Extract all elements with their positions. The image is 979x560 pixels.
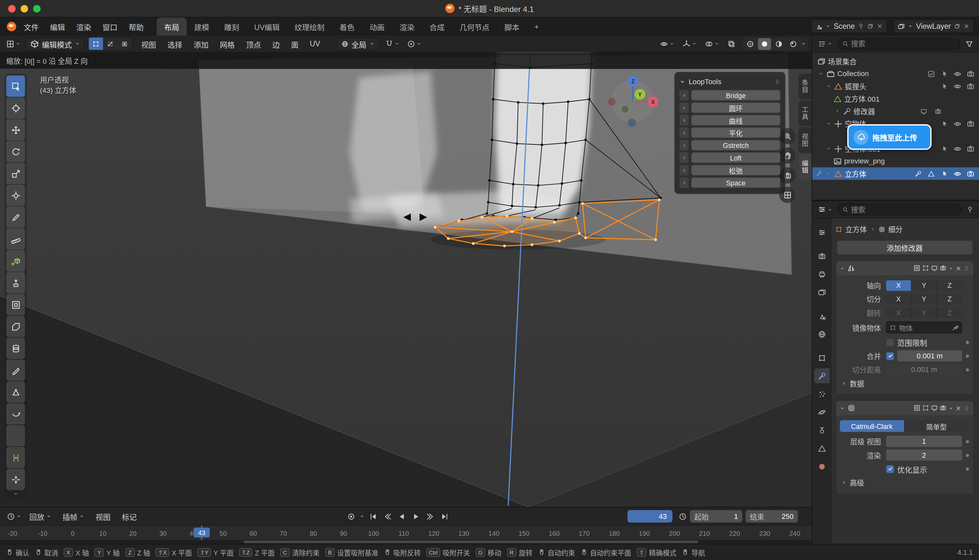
vertex-select-button[interactable] — [89, 38, 103, 50]
mode-selector[interactable]: 编辑模式 — [25, 37, 85, 50]
tab-world[interactable] — [814, 327, 830, 342]
axis-y-button[interactable]: Y — [912, 280, 937, 291]
bisect-y-button[interactable]: Y — [912, 293, 937, 304]
timeline-editor-type-button[interactable] — [5, 511, 23, 522]
tab-scene[interactable] — [814, 308, 830, 323]
on-cage-toggle-icon[interactable] — [913, 265, 920, 272]
add-modifier-button[interactable]: 添加修改器 — [837, 240, 972, 255]
chevron-right-icon[interactable] — [825, 171, 832, 176]
looptools-button[interactable]: 圆环 — [691, 102, 781, 113]
shading-rendered-button[interactable] — [787, 38, 800, 50]
axis-x-button[interactable]: X — [886, 280, 912, 291]
viewport-menu-item[interactable]: 顶点 — [240, 38, 267, 49]
tab-view-layer[interactable] — [814, 285, 830, 299]
outliner-filter-button[interactable] — [964, 38, 976, 49]
viewlayer-selector[interactable]: ViewLayer — [894, 19, 974, 33]
play-reverse-button[interactable] — [396, 510, 408, 522]
drag-to-upload-button[interactable]: 拖拽至此上传 — [847, 124, 931, 150]
tool-select-box[interactable] — [6, 75, 25, 97]
tab-particles[interactable] — [814, 387, 830, 402]
timeline-ruler[interactable]: -20-100102030405060708090100110120130140… — [0, 525, 812, 540]
tab-object[interactable] — [814, 350, 830, 365]
shading-wireframe-button[interactable] — [744, 38, 757, 50]
viewport-menu-item[interactable]: 添加 — [188, 38, 214, 49]
properties-search[interactable] — [837, 203, 962, 216]
proportional-editing-button[interactable] — [405, 38, 423, 49]
viewport-menu-item[interactable]: 视图 — [136, 38, 162, 49]
sidebar-tab[interactable]: 条目 — [799, 74, 812, 99]
looptools-button[interactable]: Loft — [691, 152, 781, 163]
outliner-row-scene-collection[interactable]: 场景集合 — [812, 55, 979, 68]
play-button[interactable] — [410, 510, 422, 522]
tool-inset-faces[interactable] — [6, 294, 25, 315]
on-cage-toggle-icon[interactable] — [913, 405, 920, 412]
catmull-clark-button[interactable]: Catmull-Clark — [840, 420, 904, 432]
next-keyframe-button[interactable] — [424, 510, 436, 522]
grip-icon[interactable] — [964, 265, 970, 271]
collapse-icon[interactable] — [679, 79, 685, 85]
extras-dropdown-icon[interactable] — [948, 406, 953, 410]
outliner-row-mesh-data[interactable]: 立方体.001 — [812, 92, 979, 105]
mirror-modifier-header[interactable] — [836, 261, 973, 275]
properties-editor-type-button[interactable] — [816, 204, 834, 215]
viewport-menu-item[interactable]: 选择 — [162, 38, 188, 49]
hide-eye-icon[interactable] — [952, 144, 963, 152]
tool-shelf-more-icon[interactable] — [6, 491, 25, 497]
tool-annotate[interactable] — [6, 207, 25, 228]
flip-y-button[interactable]: Y — [912, 308, 937, 318]
tab-output[interactable] — [814, 267, 830, 281]
simple-button[interactable]: 简单型 — [904, 420, 969, 432]
animate-dot[interactable] — [966, 440, 969, 443]
tool-transform[interactable] — [6, 185, 25, 206]
expand-operator-icon[interactable] — [679, 90, 689, 101]
render-toggle-icon[interactable] — [939, 405, 946, 412]
animate-dot[interactable] — [966, 368, 969, 371]
workspace-tab[interactable]: UV编辑 — [247, 17, 287, 36]
tool-bevel[interactable] — [6, 316, 25, 337]
levels-viewport-field[interactable]: 1 — [886, 436, 962, 447]
chevron-down-icon[interactable] — [840, 266, 845, 271]
outliner-row-modifiers[interactable]: 修改器 — [812, 105, 979, 118]
tool-shrink-fatten[interactable] — [6, 469, 25, 490]
looptools-button[interactable]: Gstretch — [691, 140, 781, 150]
breadcrumb-object[interactable]: 立方体 — [845, 224, 867, 234]
render-toggle-icon[interactable] — [939, 265, 946, 272]
workspace-tab[interactable]: 雕刻 — [217, 17, 247, 36]
tool-cursor[interactable] — [6, 97, 25, 119]
mirror-object-field[interactable]: 物体 — [886, 322, 962, 333]
chevron-down-icon[interactable] — [825, 121, 832, 126]
bisect-z-button[interactable]: Z — [937, 293, 962, 304]
animate-dot[interactable] — [966, 340, 969, 344]
pin-id-button[interactable] — [965, 205, 976, 214]
outliner-editor-type-button[interactable] — [816, 38, 834, 49]
overlays-dropdown[interactable] — [703, 38, 721, 49]
workspace-tab[interactable]: + — [527, 17, 547, 36]
animate-dot[interactable] — [966, 354, 969, 357]
sidebar-tab[interactable]: 视图 — [799, 127, 812, 153]
auto-keying-button[interactable] — [345, 510, 357, 522]
outliner-row-collection[interactable]: Collection — [812, 67, 979, 80]
clipping-checkbox[interactable] — [886, 338, 894, 346]
close-icon[interactable] — [956, 265, 962, 271]
tab-render[interactable] — [814, 248, 830, 263]
workspace-tab[interactable]: 着色 — [332, 17, 362, 36]
duplicate-viewlayer-icon[interactable] — [954, 23, 960, 29]
transform-orientation-selector[interactable]: 全局 — [336, 37, 379, 50]
outliner-search[interactable] — [837, 38, 960, 50]
flip-x-button[interactable]: X — [886, 308, 912, 318]
tab-physics[interactable] — [814, 405, 830, 420]
tool-add-cube[interactable] — [6, 250, 25, 272]
tool-rotate[interactable] — [6, 141, 25, 162]
chevron-down-icon[interactable] — [825, 83, 832, 88]
subdivision-modifier-header[interactable] — [836, 401, 973, 415]
optimal-display-checkbox[interactable] — [886, 465, 894, 473]
eyedropper-icon[interactable] — [952, 324, 958, 330]
shading-solid-button[interactable] — [758, 38, 771, 50]
outliner-row-cube-active[interactable]: 立方体 — [812, 167, 979, 180]
expand-operator-icon[interactable] — [679, 152, 689, 163]
selectable-icon[interactable] — [939, 83, 950, 89]
render-camera-icon[interactable] — [966, 170, 976, 178]
tab-material[interactable] — [814, 459, 830, 473]
render-camera-icon[interactable] — [966, 144, 976, 152]
tab-modifiers[interactable] — [814, 368, 830, 383]
